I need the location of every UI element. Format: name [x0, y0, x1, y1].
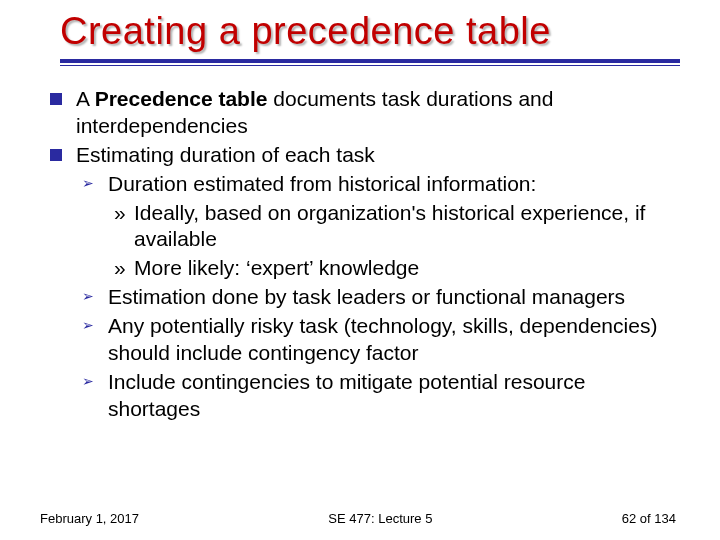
text-run: More likely: ‘expert’ knowledge — [134, 256, 419, 279]
text-bold: Precedence table — [95, 87, 268, 110]
list-item: A Precedence table documents task durati… — [50, 86, 670, 140]
text-run: Estimating duration of each task — [76, 143, 375, 166]
slide: Creating a precedence table A Precedence… — [0, 0, 720, 540]
square-bullet-icon — [50, 149, 62, 161]
list-item: ➢ Duration estimated from historical inf… — [82, 171, 670, 283]
footer-course: SE 477: Lecture 5 — [328, 511, 432, 526]
text-run: Ideally, based on organization's histori… — [134, 201, 645, 251]
text-run: A — [76, 87, 95, 110]
text-run: Duration estimated from historical infor… — [108, 172, 536, 195]
text-run: Estimation done by task leaders or funct… — [108, 285, 625, 308]
footer-date: February 1, 2017 — [40, 511, 139, 526]
raquo-bullet-icon: » — [114, 255, 126, 282]
text-run: Include contingencies to mitigate potent… — [108, 370, 585, 420]
list-item: Estimating duration of each task ➢ Durat… — [50, 142, 670, 423]
square-bullet-icon — [50, 93, 62, 105]
bullet-list: A Precedence table documents task durati… — [50, 86, 670, 423]
footer-page: 62 of 134 — [622, 511, 676, 526]
text-run: Any potentially risky task (technology, … — [108, 314, 657, 364]
list-item: » Ideally, based on organization's histo… — [114, 200, 670, 254]
title-area: Creating a precedence table — [0, 0, 720, 72]
title-rule-thick — [60, 59, 680, 63]
slide-body: A Precedence table documents task durati… — [0, 72, 720, 423]
list-item: » More likely: ‘expert’ knowledge — [114, 255, 670, 282]
arrow-bullet-icon: ➢ — [82, 288, 94, 306]
title-rule-thin — [60, 65, 680, 66]
list-item: ➢ Any potentially risky task (technology… — [82, 313, 670, 367]
list-item: ➢ Estimation done by task leaders or fun… — [82, 284, 670, 311]
list-item: ➢ Include contingencies to mitigate pote… — [82, 369, 670, 423]
slide-title: Creating a precedence table — [60, 10, 680, 53]
arrow-bullet-icon: ➢ — [82, 373, 94, 391]
raquo-bullet-icon: » — [114, 200, 126, 227]
slide-footer: February 1, 2017 SE 477: Lecture 5 62 of… — [0, 511, 720, 526]
sub-list: ➢ Duration estimated from historical inf… — [76, 171, 670, 423]
arrow-bullet-icon: ➢ — [82, 317, 94, 335]
sub-sub-list: » Ideally, based on organization's histo… — [108, 200, 670, 283]
arrow-bullet-icon: ➢ — [82, 175, 94, 193]
